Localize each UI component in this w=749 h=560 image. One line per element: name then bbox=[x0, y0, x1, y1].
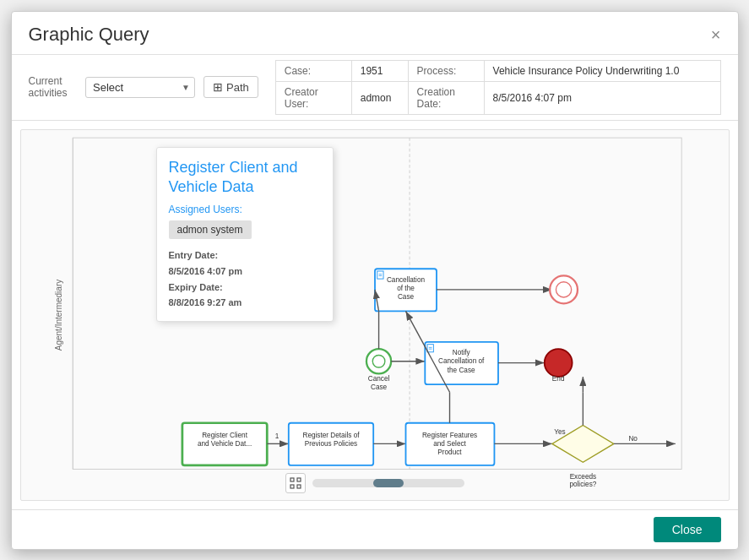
svg-text:Case: Case bbox=[397, 292, 414, 300]
entry-date-value: 8/5/2016 4:07 pm bbox=[169, 266, 242, 276]
expiry-date-label: Expiry Date: bbox=[169, 282, 223, 292]
path-icon: ⊞ bbox=[213, 80, 223, 94]
svg-text:Register Features: Register Features bbox=[421, 432, 476, 439]
process-canvas-area: Agent/Intermediary Cancellation of the C… bbox=[20, 129, 730, 501]
svg-rect-56 bbox=[290, 478, 294, 481]
path-button-label: Path bbox=[226, 81, 249, 94]
current-activities-label: Current activities bbox=[29, 75, 77, 99]
svg-text:No: No bbox=[628, 434, 638, 442]
dialog-title: Graphic Query bbox=[29, 24, 149, 46]
tooltip-assigned-label: Assigned Users: bbox=[169, 204, 321, 215]
svg-text:and Select: and Select bbox=[433, 440, 466, 448]
case-label: Case: bbox=[275, 60, 351, 81]
svg-rect-57 bbox=[297, 478, 301, 481]
svg-text:End: End bbox=[551, 374, 564, 382]
case-value: 1951 bbox=[351, 60, 408, 81]
svg-text:1: 1 bbox=[274, 432, 279, 440]
svg-text:Register Client: Register Client bbox=[202, 432, 248, 439]
svg-text:Register Details of: Register Details of bbox=[302, 432, 360, 439]
svg-text:Cancellation of: Cancellation of bbox=[438, 357, 485, 365]
svg-text:Yes: Yes bbox=[554, 428, 565, 436]
svg-point-14 bbox=[366, 349, 390, 373]
creation-date-label: Creation Date: bbox=[408, 81, 484, 114]
process-diagram: Cancellation of the Case Cancel Case Not… bbox=[21, 130, 729, 500]
process-label: Process: bbox=[408, 60, 484, 81]
svg-rect-58 bbox=[290, 485, 294, 488]
svg-text:policies?: policies? bbox=[569, 481, 596, 488]
select-wrapper: Select ▼ bbox=[85, 77, 195, 98]
svg-text:Previous Policies: Previous Policies bbox=[304, 440, 356, 448]
tooltip-title: Register Client and Vehicle Data bbox=[169, 158, 321, 198]
process-value: Vehicle Insurance Policy Underwriting 1.… bbox=[484, 60, 720, 81]
creator-value: admon bbox=[351, 81, 408, 114]
tooltip-user-badge: admon system bbox=[169, 220, 252, 239]
dialog-header: Graphic Query × bbox=[12, 12, 738, 55]
svg-text:Exceeds: Exceeds bbox=[569, 473, 595, 481]
svg-text:of the: of the bbox=[397, 284, 415, 291]
svg-text:and Vehicle Dat...: and Vehicle Dat... bbox=[197, 440, 251, 448]
creator-label: Creator User: bbox=[275, 81, 351, 114]
node-tooltip: Register Client and Vehicle Data Assigne… bbox=[156, 147, 334, 323]
entry-date-label: Entry Date: bbox=[169, 250, 219, 260]
svg-text:Product: Product bbox=[437, 449, 462, 456]
svg-point-27 bbox=[544, 349, 572, 377]
svg-text:Notify: Notify bbox=[452, 349, 470, 356]
zoom-slider[interactable] bbox=[312, 479, 464, 487]
path-button[interactable]: ⊞ Path bbox=[204, 76, 258, 98]
zoom-controls bbox=[285, 473, 464, 493]
info-panel: Case: 1951 Process: Vehicle Insurance Po… bbox=[275, 60, 721, 115]
graphic-query-dialog: Graphic Query × Current activities Selec… bbox=[11, 11, 739, 550]
zoom-thumb bbox=[373, 479, 404, 487]
expiry-date-value: 8/8/2016 9:27 am bbox=[169, 297, 242, 307]
tooltip-dates: Entry Date: 8/5/2016 4:07 pm Expiry Date… bbox=[169, 247, 321, 311]
svg-text:Cancel: Cancel bbox=[367, 375, 389, 383]
svg-rect-59 bbox=[297, 485, 301, 488]
dialog-footer: Close bbox=[12, 509, 738, 549]
controls-row: Current activities Select ▼ ⊞ Path Case:… bbox=[12, 55, 738, 121]
fit-button[interactable] bbox=[285, 473, 306, 493]
svg-point-12 bbox=[550, 275, 578, 303]
creation-date-value: 8/5/2016 4:07 pm bbox=[484, 81, 720, 114]
close-button[interactable]: Close bbox=[654, 517, 721, 542]
svg-text:Case: Case bbox=[370, 383, 387, 390]
activities-select[interactable]: Select bbox=[85, 77, 195, 98]
close-icon[interactable]: × bbox=[711, 26, 721, 43]
svg-text:Cancellation: Cancellation bbox=[386, 275, 425, 283]
svg-text:the Case: the Case bbox=[447, 366, 475, 373]
